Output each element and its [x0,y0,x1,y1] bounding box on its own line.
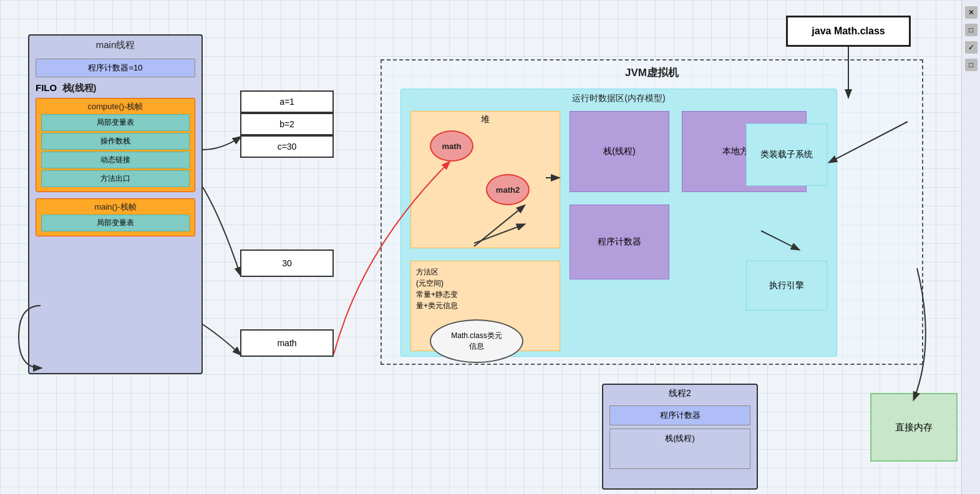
method-area-text: 方法区(元空间)常量+静态变量+类元信息 [411,261,560,316]
program-counter-box: 程序计数器=10 [36,59,195,77]
math-oval-2: math2 [486,174,530,205]
exec-engine-label: 执行引擎 [769,280,804,291]
stack-item-operand: 操作数栈 [41,133,190,150]
runtime-area-title: 运行时数据区(内存模型) [401,89,837,108]
math-oval-2-text: math2 [496,185,520,195]
thread2-title: 线程2 [603,385,757,402]
right-toolbar: ✕ □ ✓ □ [961,0,980,494]
compute-stack-frame: compute()-栈帧 局部变量表 操作数栈 动态链接 方法出口 [36,98,195,192]
math-var-box: math [240,329,334,357]
toolbar-icon-4[interactable]: □ [965,59,978,71]
direct-memory-box: 直接内存 [870,393,958,462]
prog-counter-runtime: 程序计数器 [570,205,669,279]
stack-thread-box: 栈(线程) [570,111,669,192]
filo-subtitle: 栈(线程) [62,82,97,93]
math-oval-1-text: math [442,142,461,151]
stack-thread-label: 栈(线程) [603,146,635,157]
stack-item-dynamic-link: 动态链接 [41,152,190,168]
filo-text: FILO [36,82,57,93]
main-stack-frame: main()-栈帧 局部变量表 [36,198,195,236]
jvm-title: JVM虚拟机 [382,61,922,85]
variable-boxes: a=1 b=2 c=30 [240,90,334,158]
math-oval-1: math [430,130,473,162]
var-a: a=1 [240,90,334,113]
heap-area: 堆 math math2 [410,111,560,248]
math-class-oval: Math.class类元信息 [430,319,523,363]
thread2-container: 线程2 程序计数器 栈(线程) [602,384,758,490]
main-thread-box: main线程 程序计数器=10 FILO 栈(线程) compute()-栈帧 … [28,34,203,374]
filo-label: FILO 栈(线程) [36,82,195,94]
math-class-oval-text: Math.class类元信息 [451,331,502,352]
heap-title: 堆 [411,112,560,128]
jvm-container: JVM虚拟机 运行时数据区(内存模型) 堆 math math2 栈(线程) 本… [381,59,923,365]
main-frame-title: main()-栈帧 [40,201,191,213]
main-thread-title: main线程 [29,36,201,55]
method-area-box: 方法区(元空间)常量+静态变量+类元信息 Math.class类元信息 [410,261,560,351]
toolbar-icon-3[interactable]: ✓ [965,41,978,54]
java-math-class-box: java Math.class [786,16,911,47]
thread2-prog-counter: 程序计数器 [609,405,750,425]
main-local-vars: 局部变量表 [41,215,190,231]
class-loader-box: 类装载子系统 [746,124,827,186]
class-loader-label: 类装载子系统 [760,149,813,160]
value-box: 30 [240,249,334,277]
toolbar-icon-2[interactable]: □ [965,24,978,36]
prog-counter-label: 程序计数器 [598,236,641,248]
runtime-area: 运行时数据区(内存模型) 堆 math math2 栈(线程) 本地方法栈 方法… [400,89,837,357]
var-b: b=2 [240,113,334,135]
var-c: c=30 [240,135,334,158]
stack-item-local-vars: 局部变量表 [41,114,190,131]
stack-item-method-exit: 方法出口 [41,170,190,187]
thread2-stack: 栈(线程) [609,429,750,469]
exec-engine-box: 执行引擎 [746,261,827,311]
compute-frame-title: compute()-栈帧 [40,101,191,112]
toolbar-icon-1[interactable]: ✕ [965,6,978,19]
